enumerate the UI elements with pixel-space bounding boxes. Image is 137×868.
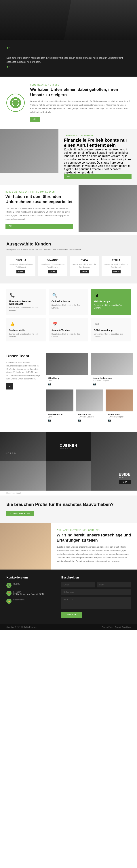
kontakt-call: 📞 Call Us — [6, 583, 56, 588]
email-icon: ✉ — [94, 321, 100, 328]
kontakt-call-block: Call Us — [13, 583, 20, 585]
logo-row: CROLLA Sample text. Click to select the … — [6, 256, 131, 276]
team-intro-text: Gemeinsam nach dem der Haushaltsreinigun… — [6, 361, 42, 380]
kontakt-beschreiben-label: Beschreiben — [13, 598, 25, 601]
finanzielle-section: Gemeinsam zum Erfolg Finanzielle Freihei… — [0, 129, 137, 185]
team-photo-perry — [46, 353, 89, 375]
service-card-3: 👍 Sozialen Medien Sample text. Click to … — [6, 318, 46, 341]
umsatz-section: Gemeinsam zum Erfolg Wir haben Unternehm… — [0, 76, 137, 129]
gallery-logo-sub: ATHLUE INC — [60, 447, 77, 450]
kontakt-section: Kontaktiere uns 📞 Call Us 📍 Location 67 … — [0, 569, 137, 624]
umsatz-text: Gemeinsam zum Erfolg Wir haben Unternehm… — [30, 84, 131, 122]
service-card-1: 🔍 Online-Recherche Sample text. Click to… — [49, 289, 89, 315]
instagram-icon-hudson[interactable]: 📷 — [48, 419, 71, 422]
rat-heading: Wir sind bereit, unsere Ratschläge und E… — [57, 533, 132, 543]
instagram-icon-larsen[interactable]: 📷 — [78, 419, 101, 422]
phone-icon: 📞 — [9, 292, 15, 299]
team-info-hudson: Steve Hudson CEO 📷 — [46, 411, 73, 424]
logo-card-binance: BINANCE Sample text. Click to select the… — [38, 256, 67, 276]
logo-btn[interactable]: MEHR — [112, 270, 121, 273]
team-photo-stein — [106, 390, 133, 411]
team-photo-larsen — [76, 390, 103, 411]
service-desc: Sample text. Click to select the Text El… — [52, 304, 86, 309]
form-heading: Beschreiben — [61, 576, 131, 579]
name-field[interactable] — [97, 582, 131, 587]
rat-label: Wir haben Unternehmen geholfen — [57, 529, 132, 531]
hamburger-line — [3, 3, 7, 3]
logo-btn[interactable]: MEHR — [80, 270, 89, 273]
zusammen-body: Zuschnitt nach unserer unserer unseriöse… — [5, 207, 73, 221]
team-card-stein: Nicole Stein Führende Designer 📷 — [106, 390, 133, 424]
service-card-4: 📅 Anrufe & Termine Sample text. Click to… — [49, 318, 89, 341]
logo-desc: Sample text. Click to select the Text El… — [103, 263, 129, 268]
finanzielle-body: Zuschnitt nach unserer unserer unseriöse… — [64, 148, 132, 174]
service-card-2: 🖥 Website design Sample text. Click to s… — [91, 289, 131, 315]
footer-links: Privacy Policy | Terms & Conditions — [102, 626, 131, 628]
submit-button[interactable]: EINREICHE — [61, 612, 82, 618]
logo-btn[interactable]: MEHR — [16, 270, 26, 273]
service-desc: Sample text. Click to select the Text El… — [94, 304, 128, 309]
zusammen-btn[interactable]: Ok — [5, 224, 73, 229]
message-field[interactable] — [61, 596, 131, 609]
logo-card-crolla: CROLLA Sample text. Click to select the … — [6, 256, 35, 276]
kontakt-location-label: Location — [13, 591, 44, 593]
service-title: Unsere Anrufservice- Werbequaliät — [9, 300, 43, 305]
finanzielle-text: Gemeinsam zum Erfolg Finanzielle Freihei… — [59, 129, 137, 185]
team-info-perry: Mike Perry CEO 📷 — [46, 375, 89, 387]
rat-section: Wir haben Unternehmen geholfen Wir sind … — [0, 523, 137, 569]
logo-name: CROLLA — [15, 259, 26, 261]
team-role-stein: Führende Designer — [108, 416, 131, 418]
logo-name: BINANCE — [47, 259, 59, 261]
gallery-cell-3: ESIDE PARIS 10:10 — [91, 432, 137, 491]
logo-btn[interactable]: MEHR — [48, 270, 57, 273]
rat-text: Wir haben Unternehmen geholfen Wir sind … — [51, 523, 137, 569]
logo-desc: Sample text. Click to select the Text El… — [40, 263, 65, 268]
instagram-icon-perry[interactable]: 📷 — [48, 382, 86, 385]
team-intro: Unser Team Gemeinsam nach dem der Hausha… — [0, 353, 42, 426]
service-title: Online-Recherche — [52, 300, 86, 303]
zusammen-text: Sehen Sie, was wir für Sie tun können Wi… — [0, 185, 78, 235]
team-role-hudson: CEO — [48, 416, 71, 418]
team-name-hudson: Steve Hudson — [48, 413, 71, 416]
service-desc: Sample text. Click to select the Text El… — [94, 333, 128, 338]
email-field[interactable] — [61, 582, 95, 587]
kontakt-beschreiben-block: Beschreiben — [13, 598, 25, 601]
phone-field[interactable] — [61, 589, 131, 595]
team-heading: Unser Team — [6, 353, 42, 359]
team-arrow-btn[interactable]: → — [6, 383, 13, 390]
finanzielle-image-bg — [0, 129, 59, 173]
team-name-perry: Mike Perry — [48, 377, 86, 380]
kunden-section: Ausgewählte Kunden Paragraph text. Click… — [0, 235, 137, 283]
footer-copyright: Copyright © 2021 All Rights Reserved — [6, 626, 37, 628]
team-info-stein: Nicole Stein Führende Designer 📷 — [106, 411, 133, 424]
team-row-bottom: Steve Hudson CEO 📷 Maria Larsen Führende… — [46, 390, 133, 424]
menu-toggle[interactable] — [3, 3, 7, 5]
finanzielle-btn[interactable]: Ok — [64, 174, 132, 179]
sehen-label: Sehen Sie, was wir für Sie tun können — [5, 191, 73, 193]
umsatz-body: Obwohl wir nicht das erste Haushaltsrein… — [30, 100, 131, 114]
team-card-perry: Mike Perry CEO 📷 — [46, 353, 89, 387]
gallery-label-3: ESIDE PARIS 10:10 — [115, 469, 134, 488]
services-grid: 📞 Unsere Anrufservice- Werbequaliät Samp… — [6, 289, 131, 341]
hero-section — [0, 0, 137, 40]
logo-name: EVGA — [81, 259, 88, 261]
team-card-larsen: Maria Larsen Führender Designer 📷 — [76, 390, 103, 424]
team-name-stein: Nicole Stein — [108, 413, 131, 416]
pencil-icon: ✍ — [6, 598, 11, 604]
team-name-larsen: Maria Larsen — [78, 413, 101, 416]
gallery-cell-1: IDEAS — [0, 432, 46, 461]
team-photo-iwannew — [91, 353, 133, 375]
profis-btn[interactable]: KONTAKTIERE UNS — [6, 511, 34, 516]
team-section: Unser Team Gemeinsam nach dem der Hausha… — [0, 347, 137, 432]
logo-card-tesla: TESLA Sample text. Click to select the T… — [102, 256, 131, 276]
services-section: 📞 Unsere Anrufservice- Werbequaliät Samp… — [0, 283, 137, 347]
social-icon: 👍 — [9, 321, 15, 328]
gear-inner — [12, 99, 19, 106]
quote-mark-close: " — [6, 67, 131, 71]
instagram-icon-iwannew[interactable]: 📷 — [93, 382, 131, 385]
rat-body: Zuschnitt nach unserer unserer unseriöse… — [57, 545, 132, 563]
instagram-icon-stein[interactable]: 📷 — [108, 419, 131, 422]
service-desc: Sample text. Click to select the Text El… — [9, 306, 43, 312]
service-desc: Sample text. Click to select the Text El… — [52, 333, 86, 338]
umsatz-btn[interactable]: Ok — [30, 117, 40, 122]
